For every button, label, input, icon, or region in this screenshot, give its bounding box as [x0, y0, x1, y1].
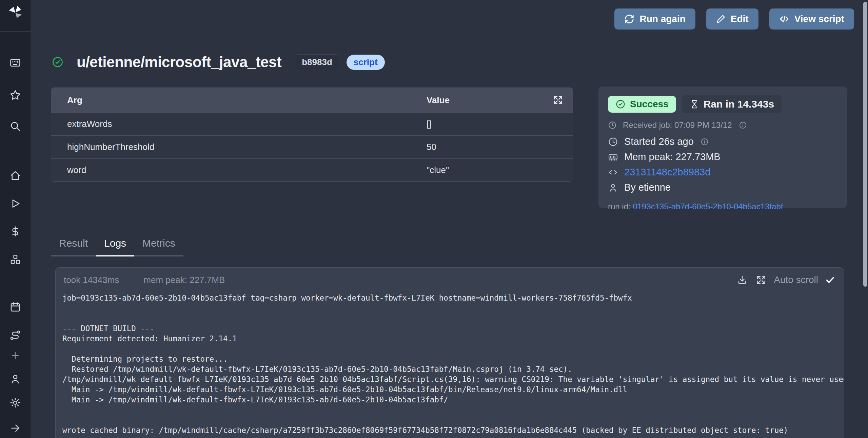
args-col-arg: Arg	[51, 95, 427, 106]
log-took-label: took 14343ms	[64, 275, 119, 285]
refresh-icon	[624, 14, 634, 24]
arg-value: "clue"	[427, 165, 573, 175]
page-scrollbar[interactable]	[863, 2, 867, 287]
hourglass-icon	[690, 99, 699, 109]
workflows-route-icon[interactable]	[9, 329, 21, 341]
run-again-button[interactable]: Run again	[614, 8, 695, 30]
table-row: extraWords []	[51, 112, 573, 135]
clock-icon	[608, 137, 618, 147]
log-mem-peak-label: mem peak: 227.7MB	[143, 275, 225, 285]
sidebar-divider	[0, 31, 31, 32]
add-plus-icon[interactable]	[10, 350, 20, 361]
apps-icon[interactable]	[9, 57, 21, 69]
info-icon[interactable]	[701, 138, 709, 146]
args-table: Arg Value extraWords [] highNumberThresh…	[51, 88, 573, 182]
success-check-icon	[52, 56, 64, 68]
pencil-icon	[716, 14, 726, 24]
script-hash-link[interactable]: 23131148c2b8983d	[624, 167, 710, 178]
received-job-label: Received job: 07:09 PM 13/12	[623, 120, 732, 130]
edit-label: Edit	[731, 14, 749, 24]
mem-peak-label: Mem peak: 227.73MB	[624, 151, 721, 163]
user-icon	[608, 183, 618, 193]
arg-name: word	[51, 165, 427, 175]
expand-args-icon[interactable]	[553, 95, 563, 105]
code-icon	[779, 14, 789, 24]
favorites-star-icon[interactable]	[9, 89, 21, 101]
home-icon[interactable]	[9, 170, 21, 182]
status-badge: Success	[608, 96, 676, 113]
search-icon[interactable]	[9, 120, 21, 132]
page-title: u/etienne/microsoft_java_test	[77, 54, 281, 71]
edit-button[interactable]: Edit	[706, 8, 758, 30]
log-panel: took 14343ms mem peak: 227.7MB Auto scro…	[55, 267, 844, 438]
code-icon	[608, 167, 618, 177]
header-actions: Run again Edit View script	[614, 8, 854, 30]
author-label: By etienne	[624, 182, 671, 193]
windmill-logo[interactable]	[7, 4, 24, 21]
memory-icon	[608, 152, 618, 162]
table-row: word "clue"	[51, 158, 573, 182]
arg-value: 50	[427, 142, 573, 152]
arg-value: []	[427, 119, 573, 129]
expand-arrow-icon[interactable]	[10, 423, 21, 434]
resources-cubes-icon[interactable]	[9, 254, 21, 265]
tab-logs[interactable]: Logs	[96, 237, 134, 256]
tab-result[interactable]: Result	[51, 237, 96, 256]
check-circle-icon	[615, 99, 626, 109]
started-label: Started 26s ago	[624, 136, 694, 147]
args-col-value: Value	[427, 95, 573, 106]
view-script-label: View script	[794, 14, 844, 24]
run-id-label: run id:	[608, 202, 633, 211]
log-output[interactable]: job=0193c135-ab7d-60e5-2b10-04b5ac13fabf…	[56, 293, 844, 435]
run-again-label: Run again	[639, 14, 685, 24]
auto-scroll-label: Auto scroll	[774, 274, 818, 285]
result-tabs: Result Logs Metrics	[51, 237, 183, 256]
args-table-header: Arg Value	[51, 88, 573, 112]
schedules-calendar-icon[interactable]	[9, 301, 21, 313]
table-row: highNumberThreshold 50	[51, 135, 573, 158]
view-script-button[interactable]: View script	[769, 8, 854, 30]
expand-log-icon[interactable]	[756, 275, 766, 285]
run-info-panel: Success Ran in 14.343s Received job: 07:…	[598, 87, 847, 208]
user-icon[interactable]	[9, 373, 21, 385]
duration-chip: Ran in 14.343s	[682, 95, 782, 113]
title-row: u/etienne/microsoft_java_test b8983d scr…	[52, 54, 385, 71]
runs-play-icon[interactable]	[9, 198, 21, 209]
run-id-row: run id: 0193c135-ab7d-60e5-2b10-04b5ac13…	[608, 202, 837, 211]
version-hash-badge[interactable]: b8983d	[295, 54, 339, 70]
info-icon[interactable]	[739, 121, 747, 129]
auto-scroll-checkbox[interactable]	[825, 275, 835, 285]
sidebar	[0, 0, 31, 438]
arg-name: extraWords	[51, 119, 427, 129]
script-kind-badge[interactable]: script	[347, 55, 385, 70]
download-icon[interactable]	[737, 275, 747, 285]
run-id-link[interactable]: 0193c135-ab7d-60e5-2b10-04b5ac13fabf	[633, 202, 783, 211]
variables-dollar-icon[interactable]	[9, 226, 21, 237]
settings-gear-icon[interactable]	[9, 397, 21, 408]
status-label: Success	[630, 99, 669, 110]
tab-metrics[interactable]: Metrics	[134, 237, 183, 256]
duration-label: Ran in 14.343s	[704, 98, 774, 110]
arg-name: highNumberThreshold	[51, 142, 427, 152]
clock-icon	[608, 121, 617, 130]
